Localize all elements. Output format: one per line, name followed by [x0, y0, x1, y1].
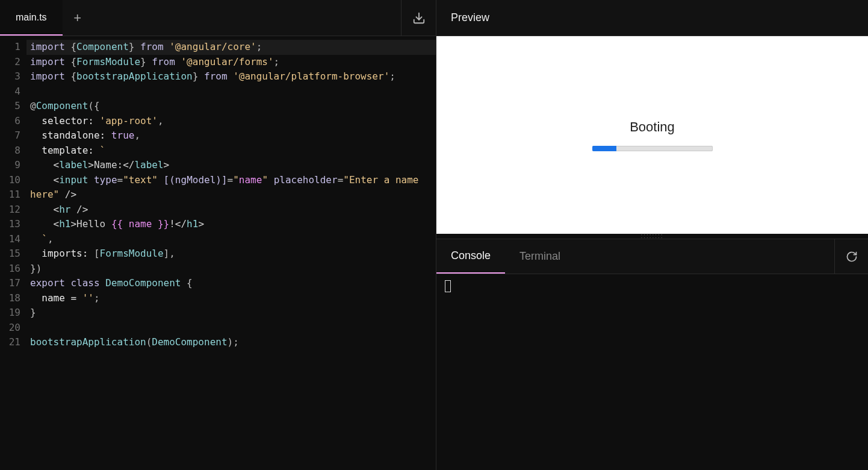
progress-bar — [592, 146, 713, 151]
preview-canvas: Booting — [436, 36, 868, 234]
horizontal-splitter[interactable]: :::::::: — [436, 234, 868, 239]
preview-status-text: Booting — [630, 119, 675, 135]
preview-header: Preview — [436, 0, 868, 36]
tab-terminal[interactable]: Terminal — [505, 239, 575, 274]
refresh-icon — [846, 251, 858, 263]
tabbar-spacer — [93, 0, 401, 36]
editor-tab-main[interactable]: main.ts — [0, 0, 63, 36]
console-cursor — [445, 280, 451, 292]
editor-tab-label: main.ts — [16, 12, 47, 23]
progress-fill — [592, 146, 616, 151]
code-content: import {Component} from '@angular/core';… — [26, 36, 436, 470]
right-panel: Preview Booting :::::::: Console Termina… — [436, 0, 868, 470]
preview-title: Preview — [451, 11, 489, 24]
tab-console[interactable]: Console — [436, 239, 505, 274]
editor-tabbar: main.ts + — [0, 0, 436, 36]
plus-icon: + — [73, 10, 81, 26]
line-gutter: 123456789101112131415161718192021 — [0, 36, 26, 470]
code-editor[interactable]: 123456789101112131415161718192021 import… — [0, 36, 436, 470]
console-tabbar: Console Terminal — [436, 239, 868, 274]
console-panel: Console Terminal — [436, 239, 868, 470]
editor-panel: main.ts + 123456789101112131415161718192… — [0, 0, 436, 470]
tab-terminal-label: Terminal — [519, 250, 560, 263]
console-body[interactable] — [436, 274, 868, 470]
console-tabbar-spacer — [575, 239, 834, 274]
new-tab-button[interactable]: + — [63, 0, 93, 36]
download-button[interactable] — [401, 0, 436, 36]
tab-console-label: Console — [451, 249, 491, 262]
refresh-button[interactable] — [834, 239, 868, 274]
download-icon — [412, 11, 426, 25]
